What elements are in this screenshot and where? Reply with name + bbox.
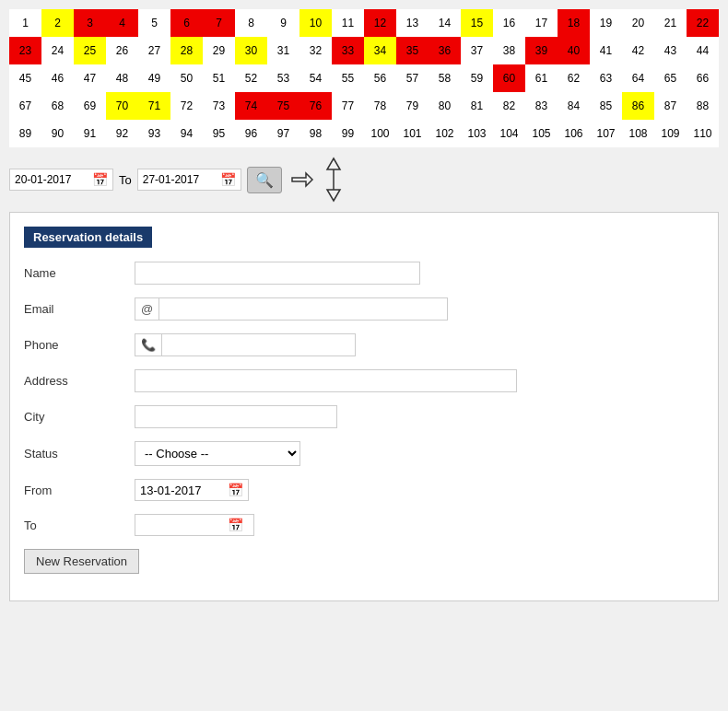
calendar-cell-13[interactable]: 13 [396,9,429,37]
city-input[interactable] [135,405,337,428]
calendar-cell-65[interactable]: 65 [654,64,687,92]
calendar-cell-71[interactable]: 71 [138,92,170,120]
calendar-cell-50[interactable]: 50 [170,64,203,92]
calendar-cell-84[interactable]: 84 [558,92,590,120]
calendar-cell-57[interactable]: 57 [396,64,429,92]
calendar-cell-41[interactable]: 41 [590,37,622,64]
calendar-cell-97[interactable]: 97 [267,120,299,147]
calendar-cell-61[interactable]: 61 [525,64,558,92]
calendar-cell-70[interactable]: 70 [106,92,138,120]
cal-to-form-icon[interactable]: 📅 [228,518,243,532]
calendar-cell-69[interactable]: 69 [74,92,106,120]
calendar-cell-38[interactable]: 38 [493,37,525,64]
calendar-cell-33[interactable]: 33 [332,37,364,64]
calendar-cell-109[interactable]: 109 [654,120,687,147]
name-input[interactable] [135,262,420,285]
calendar-cell-64[interactable]: 64 [622,64,654,92]
calendar-cell-27[interactable]: 27 [138,37,170,64]
calendar-cell-9[interactable]: 9 [267,9,299,37]
calendar-cell-96[interactable]: 96 [235,120,267,147]
calendar-cell-88[interactable]: 88 [687,92,719,120]
calendar-cell-90[interactable]: 90 [41,120,74,147]
calendar-cell-99[interactable]: 99 [332,120,364,147]
cal-from-icon[interactable]: 📅 [92,172,108,187]
calendar-cell-94[interactable]: 94 [170,120,203,147]
calendar-cell-107[interactable]: 107 [590,120,622,147]
calendar-cell-5[interactable]: 5 [138,9,170,37]
calendar-cell-17[interactable]: 17 [525,9,558,37]
calendar-cell-10[interactable]: 10 [299,9,332,37]
calendar-cell-67[interactable]: 67 [9,92,41,120]
phone-input[interactable] [162,334,355,356]
calendar-cell-105[interactable]: 105 [525,120,558,147]
calendar-cell-34[interactable]: 34 [364,37,396,64]
calendar-cell-40[interactable]: 40 [558,37,590,64]
calendar-cell-4[interactable]: 4 [106,9,138,37]
calendar-cell-110[interactable]: 110 [687,120,719,147]
calendar-cell-87[interactable]: 87 [654,92,687,120]
calendar-cell-3[interactable]: 3 [74,9,106,37]
calendar-cell-62[interactable]: 62 [558,64,590,92]
calendar-cell-46[interactable]: 46 [41,64,74,92]
calendar-cell-23[interactable]: 23 [9,37,41,64]
calendar-cell-45[interactable]: 45 [9,64,41,92]
calendar-cell-102[interactable]: 102 [429,120,461,147]
calendar-cell-12[interactable]: 12 [364,9,396,37]
to-input[interactable] [140,519,223,532]
calendar-cell-16[interactable]: 16 [493,9,525,37]
calendar-cell-30[interactable]: 30 [235,37,267,64]
calendar-cell-103[interactable]: 103 [461,120,493,147]
calendar-cell-98[interactable]: 98 [299,120,332,147]
calendar-cell-92[interactable]: 92 [106,120,138,147]
calendar-cell-49[interactable]: 49 [138,64,170,92]
calendar-cell-82[interactable]: 82 [493,92,525,120]
calendar-cell-24[interactable]: 24 [41,37,74,64]
address-input[interactable] [135,369,517,392]
from-input[interactable] [140,484,223,497]
calendar-cell-39[interactable]: 39 [525,37,558,64]
calendar-cell-89[interactable]: 89 [9,120,41,147]
calendar-cell-14[interactable]: 14 [429,9,461,37]
calendar-cell-18[interactable]: 18 [558,9,590,37]
calendar-cell-11[interactable]: 11 [332,9,364,37]
calendar-cell-42[interactable]: 42 [622,37,654,64]
calendar-cell-106[interactable]: 106 [558,120,590,147]
calendar-cell-78[interactable]: 78 [364,92,396,120]
calendar-cell-73[interactable]: 73 [203,92,235,120]
calendar-cell-20[interactable]: 20 [622,9,654,37]
calendar-cell-52[interactable]: 52 [235,64,267,92]
calendar-cell-108[interactable]: 108 [622,120,654,147]
calendar-cell-2[interactable]: 2 [41,9,74,37]
calendar-cell-104[interactable]: 104 [493,120,525,147]
cal-from-form-icon[interactable]: 📅 [228,483,243,497]
calendar-cell-48[interactable]: 48 [106,64,138,92]
calendar-cell-79[interactable]: 79 [396,92,429,120]
calendar-cell-95[interactable]: 95 [203,120,235,147]
calendar-cell-100[interactable]: 100 [364,120,396,147]
calendar-cell-22[interactable]: 22 [687,9,719,37]
calendar-cell-72[interactable]: 72 [170,92,203,120]
email-input[interactable] [159,298,447,320]
calendar-cell-28[interactable]: 28 [170,37,203,64]
calendar-cell-56[interactable]: 56 [364,64,396,92]
search-button[interactable]: 🔍 [247,167,282,193]
calendar-cell-21[interactable]: 21 [654,9,687,37]
calendar-cell-77[interactable]: 77 [332,92,364,120]
calendar-cell-29[interactable]: 29 [203,37,235,64]
calendar-cell-6[interactable]: 6 [170,9,203,37]
calendar-cell-25[interactable]: 25 [74,37,106,64]
calendar-cell-43[interactable]: 43 [654,37,687,64]
calendar-cell-53[interactable]: 53 [267,64,299,92]
status-select[interactable]: -- Choose --ConfirmedPendingCancelled [135,441,300,466]
calendar-cell-44[interactable]: 44 [687,37,719,64]
calendar-cell-86[interactable]: 86 [622,92,654,120]
calendar-cell-60[interactable]: 60 [493,64,525,92]
calendar-cell-15[interactable]: 15 [461,9,493,37]
calendar-cell-59[interactable]: 59 [461,64,493,92]
calendar-cell-31[interactable]: 31 [267,37,299,64]
calendar-cell-58[interactable]: 58 [429,64,461,92]
calendar-cell-47[interactable]: 47 [74,64,106,92]
new-reservation-button[interactable]: New Reservation [24,549,139,574]
calendar-cell-36[interactable]: 36 [429,37,461,64]
calendar-cell-19[interactable]: 19 [590,9,622,37]
